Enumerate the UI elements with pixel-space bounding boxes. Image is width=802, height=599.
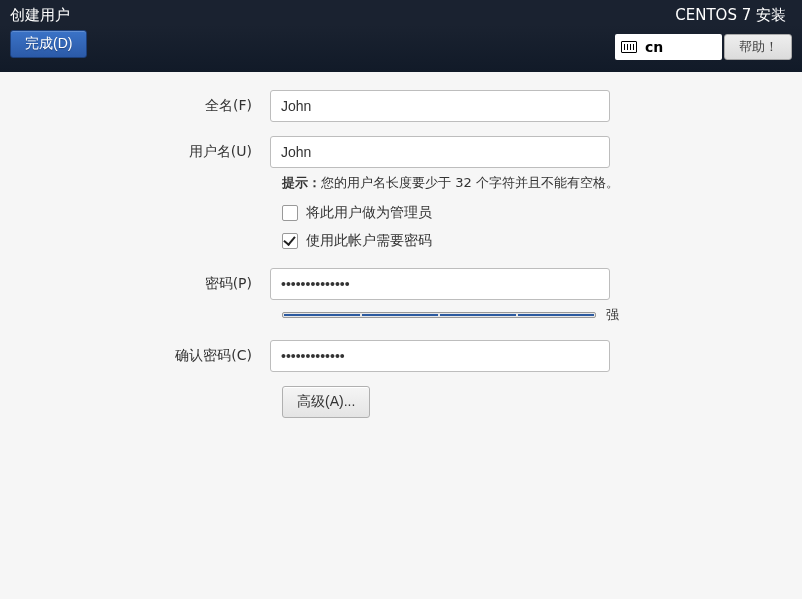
username-input[interactable] <box>270 136 610 168</box>
confirm-password-label: 确认密码(C) <box>0 347 270 365</box>
fullname-input[interactable] <box>270 90 610 122</box>
keyboard-layout-code: cn <box>645 39 663 55</box>
username-tip: 提示：您的用户名长度要少于 32 个字符并且不能有空格。 <box>282 174 802 192</box>
advanced-button[interactable]: 高级(A)... <box>282 386 370 418</box>
installer-title: CENTOS 7 安装 <box>675 6 786 25</box>
content: 全名(F) 用户名(U) 提示：您的用户名长度要少于 32 个字符并且不能有空格… <box>0 72 802 418</box>
keyboard-icon <box>621 41 637 53</box>
require-password-label: 使用此帐户需要密码 <box>306 232 432 250</box>
password-input[interactable] <box>270 268 610 300</box>
password-strength-label: 强 <box>606 306 619 324</box>
help-button[interactable]: 帮助！ <box>724 34 792 60</box>
username-label: 用户名(U) <box>0 143 270 161</box>
password-strength-bar <box>282 312 596 318</box>
password-label: 密码(P) <box>0 275 270 293</box>
confirm-password-input[interactable] <box>270 340 610 372</box>
tip-prefix: 提示： <box>282 175 321 190</box>
admin-checkbox-label: 将此用户做为管理员 <box>306 204 432 222</box>
header: 创建用户 CENTOS 7 安装 完成(D) cn 帮助！ <box>0 0 802 72</box>
tip-text: 您的用户名长度要少于 32 个字符并且不能有空格。 <box>321 175 619 190</box>
fullname-label: 全名(F) <box>0 97 270 115</box>
done-button[interactable]: 完成(D) <box>10 30 87 58</box>
require-password-checkbox[interactable] <box>282 233 298 249</box>
keyboard-layout-selector[interactable]: cn <box>615 34 722 60</box>
admin-checkbox[interactable] <box>282 205 298 221</box>
